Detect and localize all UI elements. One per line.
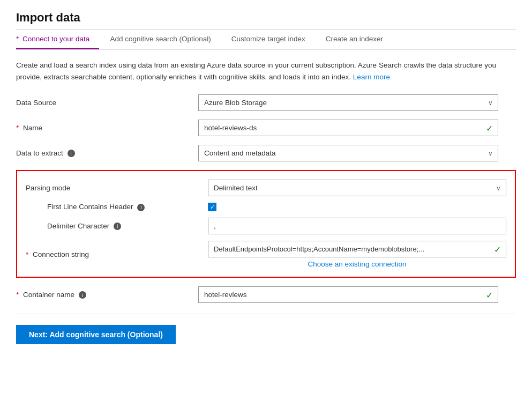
data-extract-control: Content and metadata ∨ <box>198 145 498 161</box>
connection-required-star: * <box>26 250 28 258</box>
name-row: * Name ✓ <box>16 120 516 136</box>
container-name-label: * Container name i <box>16 291 198 299</box>
tab-customize[interactable]: Customize target index <box>231 29 315 49</box>
data-source-select[interactable]: Azure Blob Storage <box>198 94 498 111</box>
first-line-header-control: ✓ <box>208 203 506 211</box>
container-name-control: ✓ <box>198 286 498 303</box>
delimiter-input-wrapper <box>208 218 506 234</box>
container-info-icon: i <box>79 291 86 299</box>
name-input[interactable] <box>198 120 498 136</box>
connection-string-control: ✓ Choose an existing connection <box>208 241 506 268</box>
parsing-mode-select[interactable]: Delimited text <box>208 180 506 196</box>
data-extract-info-icon: i <box>68 150 75 157</box>
data-source-label: Data Source <box>16 99 198 107</box>
connection-check-icon: ✓ <box>494 244 501 254</box>
next-button[interactable]: Next: Add cognitive search (Optional) <box>16 325 176 344</box>
data-source-control: Azure Blob Storage ∨ <box>198 94 498 111</box>
data-extract-select[interactable]: Content and metadata <box>198 145 498 161</box>
description-text: Create and load a search index using dat… <box>16 60 516 83</box>
name-required-star: * <box>16 124 19 132</box>
red-border-section: Parsing mode Delimited text ∨ First Line… <box>16 170 516 278</box>
first-line-header-row: First Line Contains Header i ✓ <box>26 203 506 211</box>
data-source-row: Data Source Azure Blob Storage ∨ <box>16 94 516 111</box>
data-extract-select-wrapper: Content and metadata ∨ <box>198 145 498 161</box>
first-line-info-icon: i <box>137 204 145 211</box>
name-check-icon: ✓ <box>486 123 493 133</box>
parsing-mode-control: Delimited text ∨ <box>208 180 506 196</box>
container-name-row: * Container name i ✓ <box>16 286 516 303</box>
connection-string-label: * Connection string <box>26 250 208 258</box>
connection-string-input[interactable] <box>208 241 506 257</box>
data-extract-row: Data to extract i Content and metadata ∨ <box>16 145 516 161</box>
connection-string-wrapper: ✓ <box>208 241 506 257</box>
tab-indexer[interactable]: Create an indexer <box>326 29 393 49</box>
first-line-checkbox-wrapper: ✓ <box>208 203 506 211</box>
container-name-input-wrapper: ✓ <box>198 286 498 303</box>
delimiter-row: Delimiter Character i <box>26 218 506 234</box>
first-line-header-label: First Line Contains Header i <box>26 203 208 211</box>
container-check-icon: ✓ <box>486 290 493 300</box>
page-title: Import data <box>16 11 516 25</box>
delimiter-label: Delimiter Character i <box>26 222 208 230</box>
choose-connection-link[interactable]: Choose an existing connection <box>208 260 506 268</box>
parsing-mode-select-wrapper: Delimited text ∨ <box>208 180 506 196</box>
connection-string-row: * Connection string ✓ Choose an existing… <box>26 241 506 268</box>
tab-bar: * Connect to your data Add cognitive sea… <box>16 29 516 50</box>
delimiter-control <box>208 218 506 234</box>
learn-more-link[interactable]: Learn more <box>353 73 390 81</box>
first-line-checkbox[interactable]: ✓ <box>208 203 216 211</box>
tab-cognitive[interactable]: Add cognitive search (Optional) <box>110 29 220 49</box>
container-required-star: * <box>16 291 19 299</box>
tab-connect[interactable]: * Connect to your data <box>16 29 99 49</box>
delimiter-input[interactable] <box>208 218 506 234</box>
name-input-wrapper: ✓ <box>198 120 498 136</box>
parsing-mode-row: Parsing mode Delimited text ∨ <box>26 180 506 196</box>
data-source-select-wrapper: Azure Blob Storage ∨ <box>198 94 498 111</box>
parsing-mode-label: Parsing mode <box>26 184 208 192</box>
data-extract-label: Data to extract i <box>16 149 198 157</box>
name-label: * Name <box>16 124 198 132</box>
name-control: ✓ <box>198 120 498 136</box>
first-line-checkmark-icon: ✓ <box>210 204 215 210</box>
delimiter-info-icon: i <box>114 223 121 230</box>
container-name-input[interactable] <box>198 286 498 303</box>
